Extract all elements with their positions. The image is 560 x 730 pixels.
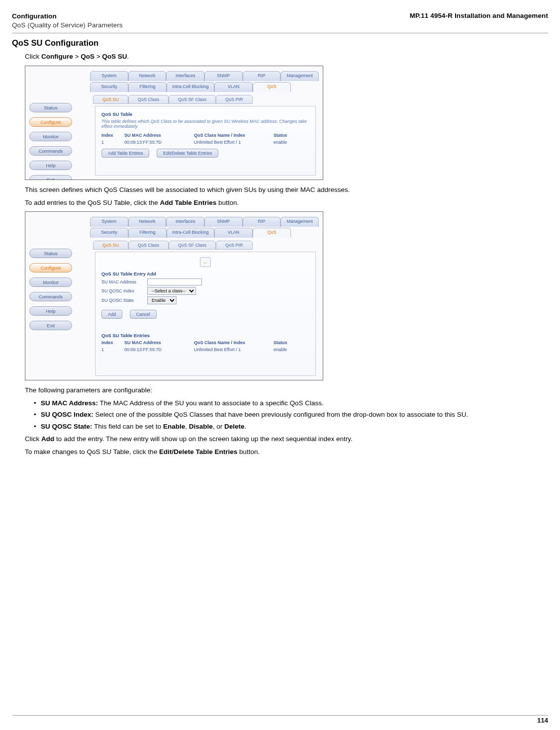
input-mac[interactable]: [147, 278, 202, 285]
breadcrumb-qos: QoS: [81, 53, 94, 60]
subtab-qos-class[interactable]: QoS Class: [128, 241, 169, 250]
section-heading: QoS SU Configuration: [12, 38, 548, 48]
side-commands[interactable]: Commands: [29, 146, 72, 156]
val-class: Unlimited Best Effort / 1: [194, 347, 274, 352]
txt: The MAC Address of the SU you want to as…: [98, 399, 324, 407]
bold: Delete: [224, 423, 245, 430]
params-intro: The following parameters are configurabl…: [25, 385, 548, 395]
bullet-mac: SU MAC Address: The MAC Address of the S…: [34, 398, 548, 408]
val-mac: 00:09:13:FF:55:7D: [124, 140, 194, 145]
tab-system[interactable]: System: [90, 71, 128, 81]
txt: This field can be set to: [93, 423, 163, 430]
add-button[interactable]: Add: [101, 310, 122, 319]
side-monitor[interactable]: Monitor: [29, 277, 72, 287]
tab-snmp[interactable]: SNMP: [204, 71, 243, 81]
label-qosc-state: SU QOSC State: [101, 298, 147, 303]
table-header: Index SU MAC Address QoS Class Name / In…: [101, 133, 309, 138]
panel-title-entries: QoS SU Table Entries: [101, 333, 309, 338]
side-status[interactable]: Status: [29, 249, 72, 258]
label-qosc-index: SU QOSC Index: [101, 288, 147, 293]
side-exit[interactable]: Exit: [29, 321, 72, 330]
col-index: Index: [101, 133, 124, 138]
sep: >: [75, 53, 81, 60]
tab-intracell[interactable]: Intra-Cell Blocking: [167, 228, 214, 238]
bold: SU QOSC State:: [41, 423, 93, 430]
bold: Disable: [189, 423, 213, 430]
page-header: Configuration QoS (Quality of Service) P…: [12, 12, 548, 30]
side-exit[interactable]: Exit: [29, 175, 72, 180]
header-left-1: Configuration: [12, 12, 123, 21]
tab-system[interactable]: System: [90, 217, 128, 227]
tab-management[interactable]: Management: [280, 71, 319, 81]
txt: button.: [216, 199, 239, 206]
tab-interfaces[interactable]: Interfaces: [166, 217, 204, 227]
col-status: Status: [274, 133, 303, 138]
tab-rip[interactable]: RIP: [243, 217, 281, 227]
dot: .: [127, 53, 129, 60]
tab-vlan[interactable]: VLAN: [214, 228, 253, 238]
subtab-qos-su[interactable]: QoS SU: [93, 241, 128, 250]
tab-network[interactable]: Network: [128, 71, 167, 81]
tab-security[interactable]: Security: [90, 82, 128, 92]
click-add-text: Click Add to add the entry. The new entr…: [25, 434, 548, 444]
bold: Add Table Entries: [160, 199, 216, 206]
back-arrow-icon[interactable]: ←: [200, 257, 211, 267]
tab-snmp[interactable]: SNMP: [204, 217, 243, 227]
txt: ,: [185, 423, 189, 430]
tab-intracell[interactable]: Intra-Cell Blocking: [167, 82, 214, 92]
tab-rip[interactable]: RIP: [243, 71, 281, 81]
tab-network[interactable]: Network: [128, 217, 167, 227]
subtab-qos-class[interactable]: QoS Class: [128, 95, 169, 104]
tab-filtering[interactable]: Filtering: [128, 82, 167, 92]
tab-security[interactable]: Security: [90, 228, 128, 238]
add-table-entries-button[interactable]: Add Table Entries: [101, 149, 149, 158]
table-row: 1 00:09:13:FF:55:7D Unlimited Best Effor…: [101, 347, 309, 352]
header-right: MP.11 4954-R Installation and Management: [410, 12, 548, 30]
tab-filtering[interactable]: Filtering: [128, 228, 167, 238]
bullet-index: SU QOSC Index: Select one of the possibl…: [34, 410, 548, 420]
col-class: QoS Class Name / Index: [194, 133, 274, 138]
val-status: enable: [274, 347, 303, 352]
breadcrumb-configure: Configure: [41, 53, 73, 60]
divider: [12, 33, 548, 33]
tab-interfaces[interactable]: Interfaces: [166, 71, 204, 81]
edit-delete-entries-button[interactable]: Edit/Delete Table Entries: [157, 149, 218, 158]
screenshot-qos-su-table: System Network Interfaces SNMP RIP Manag…: [25, 66, 323, 180]
side-configure[interactable]: Configure: [29, 263, 72, 273]
select-qosc-index[interactable]: --Select a class--: [147, 287, 196, 295]
txt: Select one of the possible QoS Classes t…: [93, 411, 468, 418]
bold: Add: [41, 435, 54, 443]
side-configure[interactable]: Configure: [29, 117, 72, 127]
col-index: Index: [101, 340, 124, 345]
txt: To add entries to the QoS SU Table, clic…: [25, 199, 160, 206]
tab-management[interactable]: Management: [280, 217, 319, 227]
val-status: enable: [274, 140, 303, 145]
subtab-qos-sf[interactable]: QoS SF Class: [169, 95, 216, 104]
side-status[interactable]: Status: [29, 103, 72, 112]
cancel-button[interactable]: Cancel: [130, 310, 157, 319]
subtab-qos-sf[interactable]: QoS SF Class: [169, 241, 216, 250]
panel-title-add: QoS SU Table Entry Add: [101, 271, 309, 276]
txt: button.: [237, 448, 260, 456]
tab-vlan[interactable]: VLAN: [214, 82, 253, 92]
tab-qos-active[interactable]: QoS: [253, 82, 291, 92]
side-commands[interactable]: Commands: [29, 292, 72, 301]
desc-2: To add entries to the QoS SU Table, clic…: [25, 198, 548, 208]
txt: Click: [25, 435, 41, 443]
val-index: 1: [101, 140, 124, 145]
subtab-qos-su[interactable]: QoS SU: [93, 95, 128, 104]
subtab-qos-pir[interactable]: QoS PIR: [216, 95, 253, 104]
side-help[interactable]: Help: [29, 306, 72, 316]
breadcrumb-qos-su: QoS SU: [102, 53, 127, 60]
tab-qos-active[interactable]: QoS: [253, 228, 291, 238]
edit-delete-text: To make changes to QoS SU Table, click t…: [25, 447, 548, 457]
bold: Edit/Delete Table Entries: [159, 448, 237, 456]
side-help[interactable]: Help: [29, 161, 72, 170]
txt: .: [244, 423, 246, 430]
select-qosc-state[interactable]: Enable: [147, 296, 177, 304]
txt: to add the entry. The new entry will sho…: [54, 435, 353, 443]
side-monitor[interactable]: Monitor: [29, 132, 72, 141]
panel-desc: This table defines which QoS Class to be…: [101, 119, 309, 129]
subtab-qos-pir[interactable]: QoS PIR: [216, 241, 253, 250]
panel-title: QoS SU Table: [101, 111, 309, 117]
